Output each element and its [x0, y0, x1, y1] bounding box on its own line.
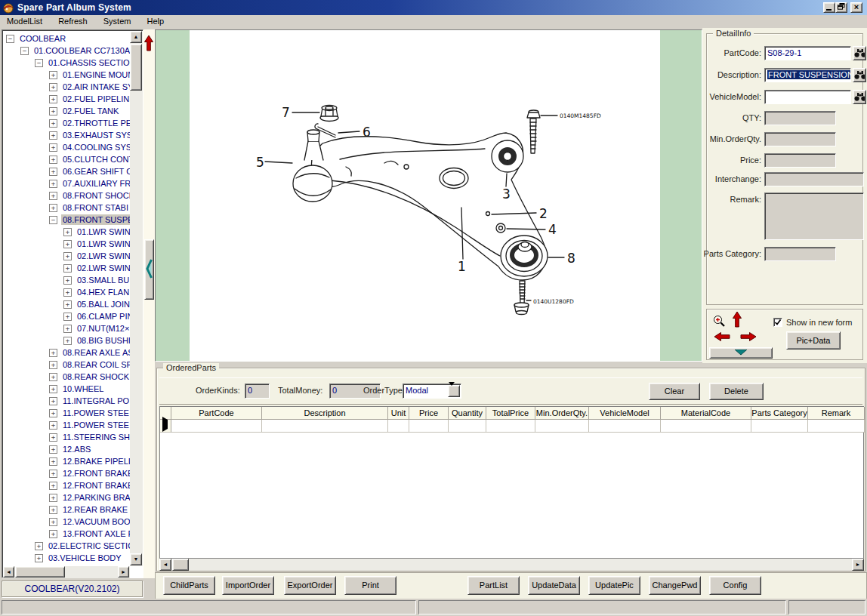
description-find-button[interactable]	[853, 68, 866, 82]
splitter-bar[interactable]	[143, 29, 155, 578]
tree-item[interactable]: +02.LWR SWIN	[63, 250, 130, 262]
table-horizontal-scrollbar[interactable]: ◄ ►	[159, 559, 864, 571]
expand-icon[interactable]: +	[63, 240, 72, 248]
collapse-icon[interactable]: −	[20, 47, 29, 55]
menu-modellist[interactable]: ModelList	[0, 15, 49, 28]
menu-refresh[interactable]: Refresh	[51, 15, 94, 28]
pan-left-icon[interactable]	[714, 332, 730, 341]
expand-icon[interactable]: +	[63, 276, 72, 285]
tree-horizontal-scrollbar[interactable]: ◄ ►	[3, 566, 130, 578]
expand-icon[interactable]: +	[63, 313, 72, 321]
tree-item[interactable]: +04.HEX FLAN	[63, 286, 130, 298]
scroll-right-button[interactable]: ►	[852, 559, 864, 571]
table-cell[interactable]	[449, 420, 486, 433]
table-cell[interactable]	[751, 420, 808, 433]
partlist-button[interactable]: PartList	[467, 576, 520, 595]
partcode-find-button[interactable]	[853, 46, 866, 60]
expand-icon[interactable]: +	[49, 409, 57, 417]
expand-icon[interactable]: +	[49, 445, 57, 454]
tree-item[interactable]: +08.FRONT SHOCK	[49, 189, 130, 202]
tree-item[interactable]: +12.VACUUM BOO	[49, 516, 130, 528]
expand-icon[interactable]: +	[49, 204, 57, 212]
column-header[interactable]: Description	[262, 407, 388, 420]
pic-data-button[interactable]: Pic+Data	[786, 331, 841, 350]
scroll-down-button[interactable]: ▼	[130, 553, 142, 565]
tree-item[interactable]: +03.EXHAUST SYS	[49, 129, 130, 141]
tree-item[interactable]: +12.BRAKE PIPELI	[49, 455, 130, 467]
expand-icon[interactable]: +	[63, 300, 72, 309]
column-header[interactable]: Min.OrderQty.	[535, 407, 589, 420]
expand-icon[interactable]: +	[49, 95, 57, 103]
tree-item[interactable]: +11.POWER STEE	[49, 419, 130, 431]
tree-item[interactable]: +03.VEHICLE BODY	[35, 552, 123, 564]
description-field[interactable]: FRONT SUSPENSION	[764, 68, 851, 82]
column-header[interactable]: MaterialCode	[661, 407, 751, 420]
expand-icon[interactable]: +	[49, 83, 57, 91]
print-button[interactable]: Print	[344, 576, 396, 595]
expand-icon[interactable]: +	[35, 554, 43, 562]
ordertype-dropdown[interactable]: Modal	[403, 383, 461, 399]
tree-item[interactable]: +02.FUEL TANK	[49, 105, 120, 117]
scroll-thumb[interactable]	[130, 44, 142, 91]
tree-item[interactable]: +08.REAR SHOCK	[49, 371, 130, 383]
config-button[interactable]: Config	[709, 576, 761, 595]
childparts-button[interactable]: ChildParts	[163, 576, 215, 595]
delete-button[interactable]: Delete	[709, 383, 764, 400]
tree-item[interactable]: −01.CHASSIS SECTION	[35, 57, 130, 69]
expand-icon[interactable]: +	[49, 168, 57, 176]
exportorder-button[interactable]: ExportOrder	[284, 576, 336, 595]
collapse-tree-button[interactable]	[144, 239, 154, 300]
diagram-viewport[interactable]: 1 2 3 4 5 6 7 8 0140M1485FD 0140U1280FD	[155, 29, 702, 362]
tree-item[interactable]: +05.BALL JOIN	[63, 298, 130, 310]
menu-help[interactable]: Help	[140, 15, 171, 28]
changepwd-button[interactable]: ChangePwd	[649, 576, 701, 595]
column-header[interactable]: PartCode	[171, 407, 262, 420]
table-cell[interactable]	[661, 420, 751, 433]
table-cell[interactable]	[388, 420, 409, 433]
expand-icon[interactable]: +	[49, 470, 57, 478]
table-cell[interactable]	[409, 420, 449, 433]
tree-item[interactable]: +03.SMALL BU	[63, 274, 130, 286]
expand-icon[interactable]: +	[49, 192, 57, 200]
pan-up-icon[interactable]	[733, 312, 742, 328]
tree-item[interactable]: +12.FRONT BRAKE	[49, 479, 130, 491]
column-header[interactable]: Unit	[388, 407, 409, 420]
expand-icon[interactable]: +	[49, 530, 57, 538]
tree-item[interactable]: +04.COOLING SYS	[49, 141, 130, 153]
column-header[interactable]: Price	[409, 407, 449, 420]
expand-icon[interactable]: +	[63, 288, 72, 297]
vehiclemodel-field[interactable]	[764, 90, 851, 104]
expand-icon[interactable]: +	[63, 337, 72, 345]
expand-icon[interactable]: +	[49, 433, 57, 442]
expand-icon[interactable]: +	[49, 385, 57, 393]
expand-icon[interactable]: +	[63, 264, 72, 273]
expand-icon[interactable]: +	[49, 361, 57, 369]
expand-icon[interactable]: +	[49, 373, 57, 381]
expand-icon[interactable]: +	[63, 228, 72, 236]
tree-item[interactable]: +12.FRONT BRAKE	[49, 467, 130, 479]
expand-icon[interactable]: +	[49, 518, 57, 526]
tree-item[interactable]: +07.NUT(M12×	[63, 322, 130, 334]
zoom-icon[interactable]	[713, 315, 726, 328]
tree-item[interactable]: +11.POWER STEE	[49, 407, 130, 419]
scroll-thumb[interactable]	[172, 559, 189, 571]
tree-item[interactable]: +12.PARKING BRA	[49, 491, 130, 504]
column-header[interactable]: VehicleModel	[589, 407, 661, 420]
tree-item[interactable]: +08.REAR AXLE AS	[49, 346, 130, 359]
expand-icon[interactable]: +	[49, 482, 57, 490]
vehiclemodel-find-button[interactable]	[853, 90, 866, 104]
tree-item[interactable]: +02.ELECTRIC SECTIC	[35, 540, 130, 552]
tree-item[interactable]: +02.FUEL PIPELINI	[49, 93, 130, 105]
expand-icon[interactable]: +	[49, 494, 57, 502]
tree-item[interactable]: +10.WHEEL	[49, 383, 105, 395]
expand-icon[interactable]: +	[49, 397, 57, 405]
tree-item[interactable]: +02.THROTTLE PE	[49, 117, 130, 129]
tree-item[interactable]: +08.FRONT STABI	[49, 202, 130, 214]
expand-icon[interactable]: +	[49, 119, 57, 128]
scroll-left-button[interactable]: ◄	[159, 559, 171, 571]
tree-item[interactable]: +08.REAR COIL SF	[49, 359, 130, 371]
tree-item[interactable]: +06.CLAMP PIN	[63, 310, 130, 322]
column-header[interactable]: Parts Category	[751, 407, 808, 420]
tree-item[interactable]: +05.CLUTCH CONT	[49, 153, 130, 165]
expand-icon[interactable]: +	[49, 131, 57, 140]
